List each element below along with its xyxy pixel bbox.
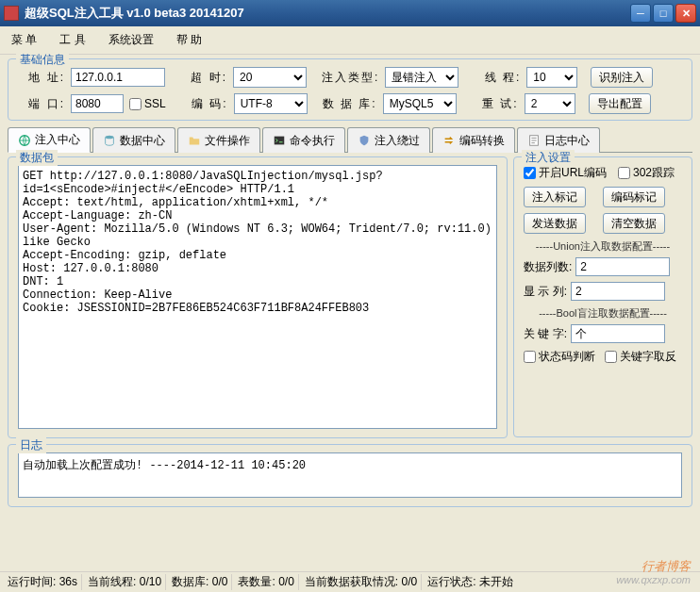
tab-data-center[interactable]: 数据中心 bbox=[92, 127, 175, 153]
cols-input[interactable] bbox=[575, 257, 670, 276]
export-config-button[interactable]: 导出配置 bbox=[589, 93, 651, 114]
port-input[interactable] bbox=[71, 94, 124, 113]
send-data-button[interactable]: 发送数据 bbox=[524, 213, 586, 234]
inject-mark-button[interactable]: 注入标记 bbox=[524, 187, 586, 207]
menu-help[interactable]: 帮 助 bbox=[173, 30, 206, 50]
keyword-invert-wrap[interactable]: 关键字取反 bbox=[605, 349, 676, 365]
url-encode-wrap[interactable]: 开启URL编码 bbox=[524, 165, 607, 181]
globe-icon bbox=[18, 134, 31, 147]
basic-info-group: 基础信息 地 址: 超 时: 20 注入类型: 显错注入 线 程: 10 识别注… bbox=[8, 58, 692, 121]
clear-data-button[interactable]: 清空数据 bbox=[603, 213, 665, 234]
encoding-label: 编 码: bbox=[181, 96, 228, 112]
cols-label: 数据列数: bbox=[524, 259, 572, 275]
watermark: 行者博客 www.qxzxp.com bbox=[616, 559, 691, 586]
status-judge-checkbox[interactable] bbox=[524, 351, 536, 363]
threads-select[interactable]: 10 bbox=[526, 67, 577, 88]
database-select[interactable]: MySQL5 bbox=[383, 93, 457, 114]
url-encode-checkbox[interactable] bbox=[524, 167, 536, 179]
packet-group: 数据包 bbox=[8, 156, 508, 438]
tabstrip: 注入中心 数据中心 文件操作 命令执行 注入绕过 编码转换 日志中心 bbox=[8, 126, 692, 153]
status-judge-wrap[interactable]: 状态码判断 bbox=[524, 349, 595, 365]
menu-main[interactable]: 菜 单 bbox=[8, 30, 41, 50]
follow-302-checkbox[interactable] bbox=[618, 167, 630, 179]
terminal-icon bbox=[273, 134, 286, 147]
folder-icon bbox=[188, 134, 201, 147]
show-col-input[interactable] bbox=[571, 282, 665, 301]
ssl-checkbox[interactable] bbox=[129, 98, 142, 110]
minimize-button[interactable]: ─ bbox=[630, 4, 651, 23]
packet-legend: 数据包 bbox=[16, 150, 58, 166]
address-input[interactable] bbox=[71, 68, 165, 87]
log-group: 日志 bbox=[8, 444, 692, 507]
tab-file-ops[interactable]: 文件操作 bbox=[177, 127, 260, 153]
timeout-label: 超 时: bbox=[180, 70, 227, 86]
packet-textarea[interactable] bbox=[18, 165, 497, 429]
keyword-invert-checkbox[interactable] bbox=[605, 351, 617, 363]
union-divider: -----Union注入取数据配置----- bbox=[524, 239, 682, 254]
tab-inject-center[interactable]: 注入中心 bbox=[8, 127, 91, 153]
database-label: 数 据 库: bbox=[323, 96, 377, 112]
svg-point-1 bbox=[106, 136, 114, 140]
port-label: 端 口: bbox=[18, 96, 65, 112]
inject-settings-legend: 注入设置 bbox=[522, 150, 575, 166]
tab-cmd-exec[interactable]: 命令执行 bbox=[262, 127, 345, 153]
timeout-select[interactable]: 20 bbox=[233, 67, 307, 88]
ssl-label: SSL bbox=[144, 97, 166, 110]
inject-type-label: 注入类型: bbox=[322, 70, 379, 86]
inject-settings-group: 注入设置 开启URL编码 302跟踪 注入标记 编码标记 发送数据 清空数据 -… bbox=[513, 156, 692, 437]
ssl-checkbox-wrap[interactable]: SSL bbox=[129, 97, 166, 110]
threads-label: 线 程: bbox=[474, 70, 521, 86]
window-title: 超级SQL注入工具 v1.0 beta3 20141207 bbox=[25, 5, 630, 22]
inject-type-select[interactable]: 显错注入 bbox=[385, 67, 458, 88]
log-icon bbox=[527, 134, 541, 147]
log-textarea[interactable] bbox=[18, 452, 682, 498]
recognize-button[interactable]: 识别注入 bbox=[591, 67, 653, 88]
maximize-button[interactable]: □ bbox=[653, 4, 674, 23]
keyword-input[interactable] bbox=[571, 324, 665, 343]
app-icon bbox=[4, 6, 19, 21]
encoding-select[interactable]: UTF-8 bbox=[234, 93, 308, 114]
log-legend: 日志 bbox=[16, 437, 46, 453]
menubar: 菜 单 工 具 系统设置 帮 助 bbox=[0, 26, 700, 55]
retry-select[interactable]: 2 bbox=[525, 93, 575, 114]
show-col-label: 显 示 列: bbox=[524, 284, 567, 300]
statusbar: 运行时间: 36s 当前线程: 0/10 数据库: 0/0 表数量: 0/0 当… bbox=[0, 571, 700, 592]
retry-label: 重 试: bbox=[472, 96, 519, 112]
menu-tools[interactable]: 工 具 bbox=[56, 30, 89, 50]
address-label: 地 址: bbox=[18, 70, 65, 86]
tab-log-center[interactable]: 日志中心 bbox=[517, 127, 600, 153]
tab-encode[interactable]: 编码转换 bbox=[432, 127, 515, 153]
close-button[interactable]: ✕ bbox=[675, 4, 696, 23]
menu-settings[interactable]: 系统设置 bbox=[105, 30, 158, 50]
follow-302-wrap[interactable]: 302跟踪 bbox=[618, 165, 675, 181]
database-icon bbox=[103, 134, 116, 147]
svg-rect-2 bbox=[275, 137, 285, 145]
keyword-label: 关 键 字: bbox=[524, 326, 567, 342]
convert-icon bbox=[442, 134, 456, 147]
bool-divider: -----Bool盲注取数据配置----- bbox=[524, 306, 682, 321]
basic-info-legend: 基础信息 bbox=[16, 52, 69, 68]
tab-bypass[interactable]: 注入绕过 bbox=[347, 127, 430, 153]
shield-icon bbox=[358, 134, 371, 147]
encode-mark-button[interactable]: 编码标记 bbox=[603, 187, 665, 207]
